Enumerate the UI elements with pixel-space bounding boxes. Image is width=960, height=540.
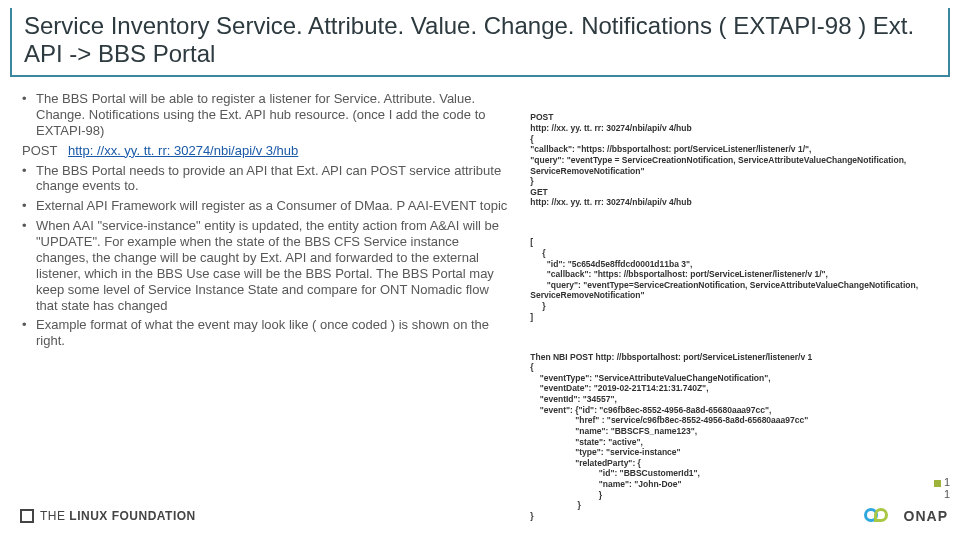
list-item: The BBS Portal needs to provide an API t… bbox=[22, 163, 512, 195]
post-link[interactable]: http: //xx. yy. tt. rr: 30274/nbi/api/v … bbox=[68, 143, 298, 158]
post-line: POST http: //xx. yy. tt. rr: 30274/nbi/a… bbox=[22, 143, 512, 159]
title-band: Service Inventory Service. Attribute. Va… bbox=[10, 8, 950, 77]
linux-foundation-logo: THE LINUX FOUNDATION bbox=[20, 509, 196, 523]
list-item: External API Framework will register as … bbox=[22, 198, 512, 214]
footer: THE LINUX FOUNDATION ONAP bbox=[0, 498, 960, 540]
page-number-bullet: 1 bbox=[944, 476, 950, 488]
left-column: The BBS Portal will be able to register … bbox=[22, 91, 512, 540]
code-block: Then NBI POST http: //bbsportalhost: por… bbox=[530, 352, 948, 522]
list-item: Example format of what the event may loo… bbox=[22, 317, 512, 349]
code-block: [ { "id": "5c654d5e8ffdcd0001d11ba 3", "… bbox=[530, 237, 948, 322]
page-number-area: 1 1 bbox=[934, 476, 950, 500]
lf-square-icon bbox=[20, 509, 34, 523]
content-columns: The BBS Portal will be able to register … bbox=[0, 77, 960, 540]
square-bullet-icon bbox=[934, 480, 941, 487]
list-item: When AAI "service-instance" entity is up… bbox=[22, 218, 512, 313]
onap-logo: ONAP bbox=[864, 505, 948, 527]
right-column: POST http: //xx. yy. tt. rr: 30274/nbi/a… bbox=[530, 91, 948, 540]
post-label: POST bbox=[22, 143, 57, 158]
onap-text: ONAP bbox=[904, 508, 948, 524]
onap-icon bbox=[864, 505, 900, 527]
code-block: POST http: //xx. yy. tt. rr: 30274/nbi/a… bbox=[530, 112, 948, 208]
page-title: Service Inventory Service. Attribute. Va… bbox=[24, 12, 940, 67]
list-item: The BBS Portal will be able to register … bbox=[22, 91, 512, 139]
lf-text: THE LINUX FOUNDATION bbox=[40, 509, 196, 523]
